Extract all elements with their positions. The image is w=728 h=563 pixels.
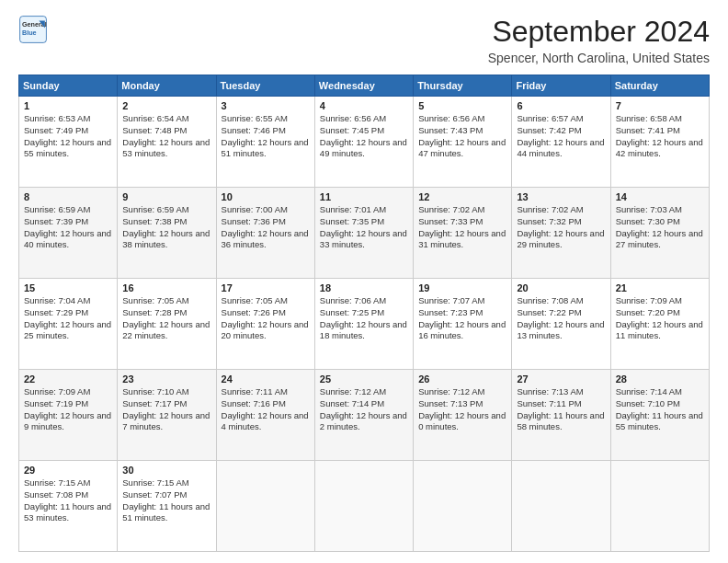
day-cell [216, 461, 314, 552]
day-number: 12 [418, 191, 506, 202]
weekday-header-row: Sunday Monday Tuesday Wednesday Thursday… [19, 75, 710, 97]
calendar: Sunday Monday Tuesday Wednesday Thursday… [18, 75, 710, 552]
day-number: 17 [222, 282, 310, 293]
day-number: 22 [24, 373, 112, 385]
day-info: Sunrise: 7:15 AMSunset: 7:08 PMDaylight:… [24, 477, 111, 523]
day-info: Sunrise: 6:55 AMSunset: 7:46 PMDaylight:… [222, 113, 309, 158]
day-info: Sunrise: 7:07 AMSunset: 7:23 PMDaylight:… [418, 295, 506, 340]
day-info: Sunrise: 6:53 AMSunset: 7:49 PMDaylight:… [24, 113, 111, 158]
day-info: Sunrise: 7:09 AMSunset: 7:19 PMDaylight:… [24, 386, 111, 431]
main-title: September 2024 [488, 15, 710, 49]
day-number: 6 [517, 100, 605, 111]
day-info: Sunrise: 7:06 AMSunset: 7:25 PMDaylight:… [320, 295, 407, 340]
logo: General Blue [18, 15, 48, 44]
day-info: Sunrise: 7:02 AMSunset: 7:33 PMDaylight:… [418, 204, 506, 249]
day-info: Sunrise: 6:56 AMSunset: 7:45 PMDaylight:… [320, 113, 407, 158]
day-number: 13 [517, 191, 605, 202]
day-cell: 28 Sunrise: 7:14 AMSunset: 7:10 PMDaylig… [610, 370, 709, 461]
day-number: 24 [222, 373, 310, 385]
day-info: Sunrise: 6:59 AMSunset: 7:38 PMDaylight:… [122, 204, 210, 249]
day-cell: 27 Sunrise: 7:13 AMSunset: 7:11 PMDaylig… [512, 370, 610, 461]
day-number: 2 [122, 100, 210, 111]
day-number: 23 [122, 373, 210, 385]
day-number: 10 [222, 191, 310, 202]
day-cell: 5 Sunrise: 6:56 AMSunset: 7:43 PMDayligh… [414, 97, 512, 188]
day-number: 26 [418, 373, 506, 385]
day-number: 29 [24, 465, 112, 476]
day-info: Sunrise: 7:12 AMSunset: 7:14 PMDaylight:… [320, 386, 407, 431]
day-info: Sunrise: 6:58 AMSunset: 7:41 PMDaylight:… [616, 113, 703, 158]
day-info: Sunrise: 7:12 AMSunset: 7:13 PMDaylight:… [418, 386, 506, 431]
day-info: Sunrise: 7:04 AMSunset: 7:29 PMDaylight:… [24, 295, 111, 340]
day-info: Sunrise: 6:54 AMSunset: 7:48 PMDaylight:… [122, 113, 210, 158]
day-info: Sunrise: 7:11 AMSunset: 7:16 PMDaylight:… [222, 386, 309, 431]
subtitle: Spencer, North Carolina, United States [488, 51, 710, 65]
header-wednesday: Wednesday [314, 75, 413, 97]
day-cell: 22 Sunrise: 7:09 AMSunset: 7:19 PMDaylig… [19, 370, 118, 461]
day-cell: 11 Sunrise: 7:01 AMSunset: 7:35 PMDaylig… [314, 188, 413, 279]
page: General Blue September 2024 Spencer, Nor… [0, 0, 728, 563]
day-number: 4 [320, 100, 408, 111]
header: General Blue September 2024 Spencer, Nor… [18, 15, 710, 65]
day-number: 3 [222, 100, 310, 111]
day-number: 20 [517, 282, 605, 293]
day-number: 27 [517, 373, 605, 385]
week-row-4: 22 Sunrise: 7:09 AMSunset: 7:19 PMDaylig… [19, 370, 710, 461]
day-info: Sunrise: 7:15 AMSunset: 7:07 PMDaylight:… [122, 477, 210, 523]
day-number: 5 [418, 100, 506, 111]
day-cell: 7 Sunrise: 6:58 AMSunset: 7:41 PMDayligh… [610, 97, 709, 188]
day-info: Sunrise: 7:14 AMSunset: 7:10 PMDaylight:… [616, 386, 703, 431]
day-number: 1 [24, 100, 112, 111]
day-number: 9 [122, 191, 210, 202]
day-cell: 20 Sunrise: 7:08 AMSunset: 7:22 PMDaylig… [512, 279, 610, 370]
day-cell: 10 Sunrise: 7:00 AMSunset: 7:36 PMDaylig… [216, 188, 314, 279]
header-monday: Monday [118, 75, 216, 97]
calendar-body: 1 Sunrise: 6:53 AMSunset: 7:49 PMDayligh… [19, 97, 710, 552]
day-cell: 25 Sunrise: 7:12 AMSunset: 7:14 PMDaylig… [314, 370, 413, 461]
header-saturday: Saturday [610, 75, 709, 97]
day-cell: 12 Sunrise: 7:02 AMSunset: 7:33 PMDaylig… [414, 188, 512, 279]
week-row-1: 1 Sunrise: 6:53 AMSunset: 7:49 PMDayligh… [19, 97, 710, 188]
day-info: Sunrise: 6:57 AMSunset: 7:42 PMDaylight:… [517, 113, 604, 158]
logo-icon: General Blue [18, 15, 48, 44]
day-cell: 15 Sunrise: 7:04 AMSunset: 7:29 PMDaylig… [19, 279, 118, 370]
header-friday: Friday [512, 75, 610, 97]
day-cell: 24 Sunrise: 7:11 AMSunset: 7:16 PMDaylig… [216, 370, 314, 461]
svg-text:Blue: Blue [22, 29, 37, 37]
day-cell: 29 Sunrise: 7:15 AMSunset: 7:08 PMDaylig… [19, 461, 118, 552]
header-thursday: Thursday [414, 75, 512, 97]
day-info: Sunrise: 7:01 AMSunset: 7:35 PMDaylight:… [320, 204, 407, 249]
day-cell [610, 461, 709, 552]
day-number: 7 [616, 100, 704, 111]
day-cell: 4 Sunrise: 6:56 AMSunset: 7:45 PMDayligh… [314, 97, 413, 188]
day-number: 19 [418, 282, 506, 293]
day-cell [314, 461, 413, 552]
day-number: 30 [122, 465, 210, 476]
day-cell: 6 Sunrise: 6:57 AMSunset: 7:42 PMDayligh… [512, 97, 610, 188]
day-number: 16 [122, 282, 210, 293]
day-cell: 30 Sunrise: 7:15 AMSunset: 7:07 PMDaylig… [118, 461, 216, 552]
day-number: 25 [320, 373, 408, 385]
day-info: Sunrise: 7:03 AMSunset: 7:30 PMDaylight:… [616, 204, 703, 249]
day-cell [512, 461, 610, 552]
day-cell: 23 Sunrise: 7:10 AMSunset: 7:17 PMDaylig… [118, 370, 216, 461]
day-number: 8 [24, 191, 112, 202]
day-cell: 1 Sunrise: 6:53 AMSunset: 7:49 PMDayligh… [19, 97, 118, 188]
day-info: Sunrise: 7:00 AMSunset: 7:36 PMDaylight:… [222, 204, 309, 249]
day-cell: 13 Sunrise: 7:02 AMSunset: 7:32 PMDaylig… [512, 188, 610, 279]
day-number: 11 [320, 191, 408, 202]
day-cell: 16 Sunrise: 7:05 AMSunset: 7:28 PMDaylig… [118, 279, 216, 370]
week-row-5: 29 Sunrise: 7:15 AMSunset: 7:08 PMDaylig… [19, 461, 710, 552]
day-info: Sunrise: 7:10 AMSunset: 7:17 PMDaylight:… [122, 386, 210, 431]
day-info: Sunrise: 6:59 AMSunset: 7:39 PMDaylight:… [24, 204, 111, 249]
day-info: Sunrise: 7:02 AMSunset: 7:32 PMDaylight:… [517, 204, 604, 249]
day-info: Sunrise: 7:09 AMSunset: 7:20 PMDaylight:… [616, 295, 703, 340]
day-info: Sunrise: 7:05 AMSunset: 7:26 PMDaylight:… [222, 295, 309, 340]
day-cell: 2 Sunrise: 6:54 AMSunset: 7:48 PMDayligh… [118, 97, 216, 188]
day-cell: 17 Sunrise: 7:05 AMSunset: 7:26 PMDaylig… [216, 279, 314, 370]
day-cell: 3 Sunrise: 6:55 AMSunset: 7:46 PMDayligh… [216, 97, 314, 188]
day-number: 14 [616, 191, 704, 202]
day-number: 15 [24, 282, 112, 293]
header-sunday: Sunday [19, 75, 118, 97]
week-row-2: 8 Sunrise: 6:59 AMSunset: 7:39 PMDayligh… [19, 188, 710, 279]
